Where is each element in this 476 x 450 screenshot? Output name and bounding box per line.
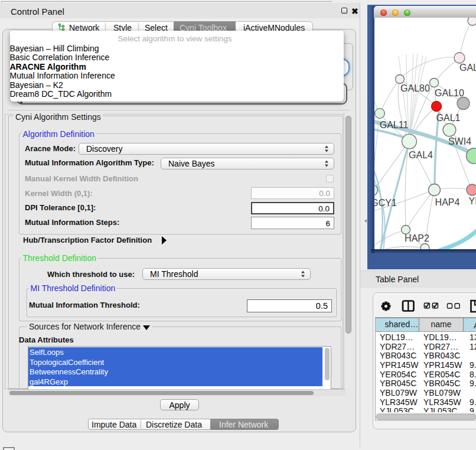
svg-text:GAL11: GAL11 bbox=[380, 120, 409, 130]
svg-text:GAL1: GAL1 bbox=[436, 113, 461, 123]
svg-text:YBR043C: YBR043C bbox=[423, 351, 460, 360]
svg-text:9.: 9. bbox=[470, 360, 476, 370]
svg-text:YBL079W: YBL079W bbox=[423, 388, 461, 397]
svg-text:shared…: shared… bbox=[385, 319, 419, 329]
svg-text:HAP2: HAP2 bbox=[405, 233, 429, 243]
svg-text:YER054C: YER054C bbox=[380, 370, 416, 379]
svg-text:13: 13 bbox=[470, 332, 476, 342]
svg-text:12: 12 bbox=[470, 342, 476, 351]
svg-text:HAP4: HAP4 bbox=[435, 197, 460, 207]
svg-text:GCY1: GCY1 bbox=[374, 198, 397, 208]
svg-text:YBR043C: YBR043C bbox=[380, 351, 416, 360]
svg-text:GAL80: GAL80 bbox=[400, 83, 430, 93]
svg-text:YPR145W: YPR145W bbox=[380, 360, 419, 370]
svg-text:GAL7: GAL7 bbox=[459, 63, 476, 73]
svg-text:9.: 9. bbox=[470, 397, 476, 407]
svg-text:YER054C: YER054C bbox=[423, 370, 460, 379]
svg-text:YBL079W: YBL079W bbox=[380, 388, 418, 397]
svg-text:GAL4: GAL4 bbox=[409, 150, 433, 160]
svg-text:8.: 8. bbox=[470, 370, 476, 379]
svg-text:YB: YB bbox=[469, 196, 476, 206]
svg-text:YDL19…: YDL19… bbox=[380, 332, 413, 342]
svg-text:9.: 9. bbox=[470, 379, 476, 388]
svg-text:YLR345W: YLR345W bbox=[423, 397, 462, 407]
svg-text:YLR345W: YLR345W bbox=[380, 397, 418, 407]
svg-text:YBR045C: YBR045C bbox=[423, 379, 460, 388]
svg-text:YDL19…: YDL19… bbox=[423, 332, 457, 342]
svg-text:A: A bbox=[474, 321, 476, 330]
svg-text:name: name bbox=[431, 319, 451, 329]
svg-text:YDR27…: YDR27… bbox=[423, 342, 458, 351]
svg-text:YPR145W: YPR145W bbox=[423, 360, 462, 370]
svg-text:GAL10: GAL10 bbox=[435, 88, 464, 98]
svg-text:YBR045C: YBR045C bbox=[380, 379, 416, 388]
svg-text:YDR27…: YDR27… bbox=[380, 342, 415, 351]
svg-text:SWI4: SWI4 bbox=[448, 136, 471, 146]
